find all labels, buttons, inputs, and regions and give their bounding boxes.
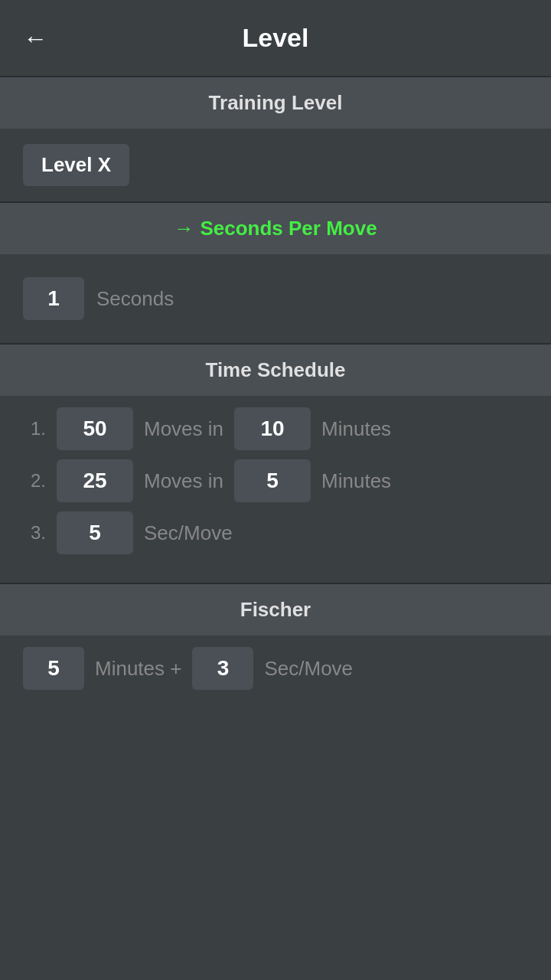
row2-minutes-value[interactable]: 5 <box>234 459 311 502</box>
seconds-per-move-content: 1 Seconds <box>0 254 551 343</box>
fischer-sec-label: Sec/Move <box>264 657 353 681</box>
fischer-seconds-value[interactable]: 3 <box>192 647 253 690</box>
seconds-per-move-label: →Seconds Per Move <box>174 217 377 240</box>
seconds-input-row: 1 Seconds <box>23 270 528 328</box>
fischer-content: 5 Minutes + 3 Sec/Move <box>0 635 551 713</box>
back-button[interactable]: ← <box>23 26 47 51</box>
training-level-header: Training Level <box>0 77 551 129</box>
time-schedule-label: Time Schedule <box>205 358 345 381</box>
row1-minutes-value[interactable]: 10 <box>234 407 311 450</box>
schedule-row-1: 1. 50 Moves in 10 Minutes <box>23 407 528 450</box>
fischer-header: Fischer <box>0 584 551 635</box>
time-schedule-header: Time Schedule <box>0 345 551 396</box>
row2-moves-value[interactable]: 25 <box>57 459 133 502</box>
schedule-row-2: 2. 25 Moves in 5 Minutes <box>23 459 528 502</box>
row3-moves-label: Sec/Move <box>144 521 233 545</box>
fischer-row: 5 Minutes + 3 Sec/Move <box>23 647 528 690</box>
seconds-value[interactable]: 1 <box>23 277 84 320</box>
row-number-2: 2. <box>23 470 46 492</box>
fischer-minutes-value[interactable]: 5 <box>23 647 84 690</box>
row2-minutes-label: Minutes <box>321 469 391 493</box>
row-number-3: 3. <box>23 522 46 544</box>
row1-moves-label: Moves in <box>144 417 223 441</box>
header: ← Level <box>0 0 551 76</box>
row3-moves-value[interactable]: 5 <box>57 511 133 554</box>
seconds-per-move-header[interactable]: →Seconds Per Move <box>0 203 551 254</box>
schedule-row-3: 3. 5 Sec/Move <box>23 511 528 554</box>
level-x-button[interactable]: Level X <box>23 144 129 186</box>
row1-minutes-label: Minutes <box>321 417 391 441</box>
fischer-label: Fischer <box>240 598 311 621</box>
row1-moves-value[interactable]: 50 <box>57 407 133 450</box>
fischer-plus-label: Minutes + <box>95 657 181 681</box>
row-number-1: 1. <box>23 418 46 439</box>
time-schedule-content: 1. 50 Moves in 10 Minutes 2. 25 Moves in… <box>0 396 551 583</box>
row2-moves-label: Moves in <box>144 469 223 493</box>
page-title: Level <box>243 23 309 53</box>
arrow-icon: → <box>174 217 194 240</box>
seconds-per-move-text: Seconds Per Move <box>200 217 377 240</box>
training-level-content: Level X <box>0 129 551 201</box>
seconds-unit-label: Seconds <box>96 287 174 311</box>
training-level-label: Training Level <box>209 91 343 114</box>
